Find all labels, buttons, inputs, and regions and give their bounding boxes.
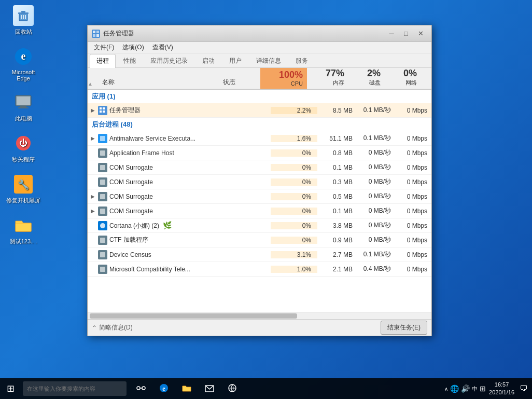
task-manager-window: 任务管理器 ─ □ ✕ 文件(F) 选项(O) 查看(V) 进程 性能 应用历史… — [87, 25, 432, 336]
process-mem: 2.7 MB — [317, 251, 359, 258]
expand-icon[interactable]: ▶ — [88, 107, 98, 113]
tray-keyboard-icon[interactable]: ⊞ — [480, 384, 486, 393]
tab-performance[interactable]: 性能 — [117, 54, 143, 67]
svg-rect-26 — [100, 150, 105, 156]
taskbar-edge[interactable]: e — [153, 378, 174, 399]
process-mem: 3.8 MB — [317, 222, 359, 229]
repair-label: 修复开机黑屏 — [6, 197, 40, 204]
process-disk: 0 MB/秒 — [359, 221, 395, 230]
process-icon — [98, 163, 107, 172]
close-button[interactable]: ✕ — [414, 29, 427, 39]
menu-file[interactable]: 文件(F) — [90, 42, 118, 53]
table-row[interactable]: ▶ COM Surrogate 0% 0.1 MB 0 MB/秒 0 Mbps — [88, 204, 431, 218]
process-icon — [98, 207, 107, 216]
expand-icon[interactable]: ▶ — [88, 135, 98, 141]
process-net: 0 Mbps — [395, 237, 431, 244]
process-name: Microsoft Compatibility Tele... — [109, 266, 229, 273]
desktop-icon-edge[interactable]: e Microsoft Edge — [5, 46, 41, 81]
process-name: COM Surrogate — [109, 164, 229, 171]
table-row[interactable]: CTF 加载程序 0% 0.9 MB 0 MB/秒 0 Mbps — [88, 233, 431, 247]
process-mem: 0.9 MB — [317, 237, 359, 244]
taskbar: ⊞ e — [0, 378, 532, 399]
process-cpu: 0% — [271, 222, 317, 229]
menu-options[interactable]: 选项(O) — [118, 42, 148, 53]
col-cpu-header[interactable]: 100% CPU — [260, 68, 307, 89]
svg-point-36 — [142, 387, 145, 390]
table-row[interactable]: COM Surrogate 0% 0.1 MB 0 MB/秒 0 Mbps — [88, 160, 431, 175]
tray-volume-icon[interactable]: 🔊 — [461, 384, 470, 393]
taskbar-time[interactable]: 16:57 2020/1/16 — [489, 381, 514, 397]
table-row[interactable]: Application Frame Host 0% 0.8 MB 0 MB/秒 … — [88, 146, 431, 160]
process-net: 0 Mbps — [395, 208, 431, 215]
table-row[interactable]: ▶ COM Surrogate 0% 0.5 MB 0 MB/秒 0 Mbps — [88, 189, 431, 204]
process-name: Device Census — [109, 251, 229, 258]
scrollbar-thumb[interactable] — [90, 313, 297, 319]
taskbar-apps: e — [131, 378, 444, 399]
maximize-button[interactable]: □ — [399, 29, 413, 39]
menu-view[interactable]: 查看(V) — [148, 42, 177, 53]
summary-text[interactable]: 简略信息(D) — [99, 323, 133, 332]
cortana-leaf-icon: 🌿 — [163, 221, 172, 229]
horizontal-scrollbar[interactable] — [88, 312, 431, 319]
tab-process[interactable]: 进程 — [90, 54, 116, 68]
svg-rect-32 — [100, 238, 105, 243]
col-mem-header[interactable]: 77% 内存 — [307, 68, 348, 89]
minimize-button[interactable]: ─ — [385, 29, 398, 39]
col-disk-header[interactable]: 2% 磁盘 — [348, 68, 385, 89]
search-input[interactable] — [23, 381, 127, 396]
svg-text:e: e — [21, 50, 26, 62]
desktop-icon-folder[interactable]: 测试123.. . — [5, 215, 41, 245]
folder-label: 测试123.. . — [10, 238, 37, 245]
process-disk: 0.1 MB/秒 — [359, 134, 395, 143]
tab-services[interactable]: 服务 — [289, 54, 315, 67]
start-button[interactable]: ⊞ — [0, 378, 21, 399]
col-status-header[interactable]: 状态 — [219, 77, 260, 89]
table-row[interactable]: Device Census 3.1% 2.7 MB 0.1 MB/秒 0 Mbp… — [88, 247, 431, 262]
process-disk: 0.1 MB/秒 — [359, 250, 395, 259]
process-mem: 0.8 MB — [317, 149, 359, 157]
table-row[interactable]: Cortana (小娜) (2) 🌿 0% 3.8 MB 0 MB/秒 0 Mb… — [88, 218, 431, 233]
taskbar-task-view[interactable] — [131, 378, 151, 399]
desktop-icon-repair[interactable]: 🔧 修复开机黑屏 — [5, 174, 41, 204]
svg-rect-27 — [100, 165, 105, 170]
table-row[interactable]: ▶ Antimalware Service Executa... 1.6% 51… — [88, 131, 431, 146]
process-list[interactable]: 应用 (1) ▶ 任务管理器 2.2% 8.5 MB 0.1 MB/秒 0 Mb… — [88, 90, 431, 312]
process-disk: 0 MB/秒 — [359, 163, 395, 172]
tray-arrow[interactable]: ∧ — [444, 386, 448, 392]
window-app-icon — [92, 30, 100, 38]
taskbar-mail[interactable] — [199, 378, 220, 399]
end-task-button[interactable]: 结束任务(E) — [381, 321, 427, 335]
computer-label: 此电脑 — [15, 115, 32, 122]
process-cpu: 1.6% — [271, 135, 317, 142]
svg-rect-30 — [100, 209, 105, 214]
tab-app-history[interactable]: 应用历史记录 — [144, 54, 194, 67]
taskbar-network[interactable] — [222, 378, 243, 399]
expand-icon[interactable]: ▶ — [88, 208, 98, 214]
table-row[interactable]: ▶ 任务管理器 2.2% 8.5 MB 0.1 MB/秒 0 Mbps — [88, 103, 431, 118]
process-icon — [98, 192, 107, 201]
tab-startup[interactable]: 启动 — [195, 54, 221, 67]
process-mem: 0.1 MB — [317, 164, 359, 171]
expand-icon[interactable]: ▶ — [88, 194, 98, 199]
desktop-icon-computer[interactable]: 此电脑 — [5, 92, 41, 122]
folder-icon — [13, 215, 34, 236]
tray-notification-icon[interactable]: 🗨 — [520, 384, 528, 393]
col-net-header[interactable]: 0% 网络 — [385, 68, 421, 89]
tab-details[interactable]: 详细信息 — [249, 54, 288, 67]
process-cpu: 0% — [271, 237, 317, 244]
tray-language[interactable]: 中 — [472, 385, 478, 393]
table-row[interactable]: Microsoft Compatibility Tele... 1.0% 2.1… — [88, 262, 431, 277]
process-mem: 2.1 MB — [317, 266, 359, 273]
taskbar-explorer[interactable] — [176, 378, 197, 399]
desktop-icon-recycle[interactable]: 回收站 — [5, 5, 41, 36]
desktop-icon-shutdown[interactable]: ⏻ 秒关程序 — [5, 133, 41, 163]
process-icon — [98, 221, 107, 230]
summary-arrow-icon[interactable]: ⌃ — [92, 324, 97, 332]
svg-rect-29 — [100, 194, 105, 199]
col-name-header[interactable]: 名称 — [98, 77, 219, 89]
recycle-bin-label: 回收站 — [15, 28, 32, 36]
process-mem: 51.1 MB — [317, 135, 359, 142]
table-row[interactable]: COM Surrogate 0% 0.3 MB 0 MB/秒 0 Mbps — [88, 175, 431, 189]
tab-users[interactable]: 用户 — [222, 54, 248, 67]
svg-rect-21 — [100, 107, 102, 109]
